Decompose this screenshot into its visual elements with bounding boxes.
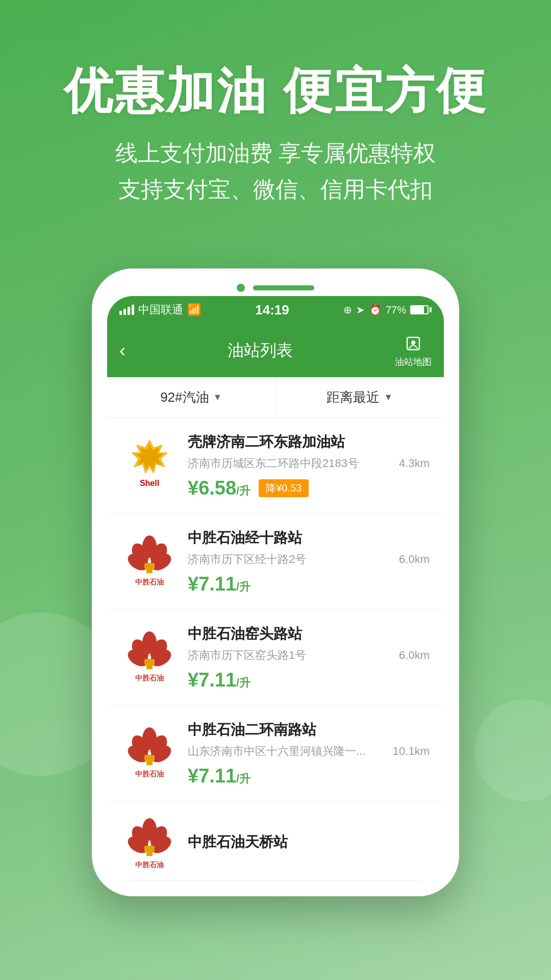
battery-cap — [430, 307, 432, 312]
svg-point-29 — [142, 818, 157, 841]
station-list: Shell 壳牌济南二环东路加油站 济南市历城区东二环路中段2183号 4.3k… — [107, 418, 444, 881]
station-3-price: ¥7.11/升 — [188, 669, 251, 691]
svg-rect-33 — [146, 852, 153, 856]
zhongsheng-logo-svg-5: 中胜石油 — [124, 816, 175, 872]
svg-rect-25 — [146, 761, 153, 765]
alarm-icon: ⏰ — [369, 304, 382, 316]
signal-bar-1 — [119, 311, 122, 315]
station-1-discount: 降¥0.53 — [259, 479, 309, 497]
map-icon — [403, 333, 423, 354]
station-logo-shell: Shell — [121, 437, 178, 494]
station-4-distance: 10.1km — [393, 745, 430, 758]
station-logo-zhongsheng-4: 中胜石油 — [121, 725, 178, 781]
status-left: 中国联通 📶 — [119, 302, 201, 317]
svg-text:中胜石油: 中胜石油 — [135, 578, 164, 586]
station-3-info: 中胜石油窑头路站 济南市历下区窑头路1号 6.0km ¥7.11/升 — [188, 624, 430, 691]
station-2-distance: 6.0km — [399, 553, 430, 566]
station-3-address: 济南市历下区窑头路1号 — [188, 648, 306, 663]
battery-icon — [410, 305, 432, 314]
phone-frame: 中国联通 📶 14:19 ⊕ ➤ ⏰ 77% — [92, 268, 459, 896]
fuel-type-arrow: ▼ — [213, 392, 222, 403]
location-icon: ⊕ — [343, 304, 352, 316]
station-2-info: 中胜石油经十路站 济南市历下区经十路2号 6.0km ¥7.11/升 — [188, 528, 430, 595]
svg-rect-16 — [144, 659, 155, 665]
signal-bar-2 — [123, 309, 126, 315]
svg-rect-8 — [144, 563, 155, 569]
svg-text:中胜石油: 中胜石油 — [135, 674, 164, 682]
station-2-price-row: ¥7.11/升 — [188, 573, 430, 595]
status-right: ⊕ ➤ ⏰ 77% — [343, 304, 432, 316]
station-1-address: 济南市历城区东二环路中段2183号 — [188, 456, 359, 471]
station-logo-zhongsheng-3: 中胜石油 — [121, 629, 178, 685]
fuel-type-filter[interactable]: 92#汽油 ▼ — [107, 377, 276, 418]
map-label: 油站地图 — [395, 356, 432, 368]
hero-subtitle-line1: 线上支付加油费 享专属优惠特权 — [31, 135, 520, 171]
page-title: 油站列表 — [228, 339, 293, 362]
station-3-address-row: 济南市历下区窑头路1号 6.0km — [188, 648, 430, 663]
station-4-price-row: ¥7.11/升 — [188, 765, 430, 787]
station-item[interactable]: 中胜石油 中胜石油窑头路站 济南市历下区窑头路1号 6.0km ¥7.11/升 — [107, 610, 444, 706]
zhongsheng-logo-svg-4: 中胜石油 — [124, 725, 175, 781]
phone-speaker — [253, 285, 314, 290]
phone-camera — [237, 284, 245, 292]
station-2-address: 济南市历下区经十路2号 — [188, 552, 306, 567]
station-item[interactable]: 中胜石油 中胜石油二环南路站 山东济南市中区十六里河镇兴隆一... 10.1km… — [107, 706, 444, 802]
svg-point-1 — [411, 340, 415, 345]
nav-icon: ➤ — [356, 304, 365, 316]
hero-subtitle-line2: 支持支付宝、微信、信用卡代扣 — [31, 172, 520, 207]
station-1-distance: 4.3km — [399, 457, 430, 470]
station-4-price: ¥7.11/升 — [188, 765, 251, 787]
station-3-distance: 6.0km — [399, 649, 430, 662]
hero-title: 优惠加油 便宜方便 — [31, 61, 520, 120]
station-item[interactable]: 中胜石油 中胜石油经十路站 济南市历下区经十路2号 6.0km ¥7.11/升 — [107, 514, 444, 610]
battery-percent: 77% — [386, 304, 406, 316]
station-1-price-row: ¥6.58/升 降¥0.53 — [188, 477, 430, 499]
station-item[interactable]: 中胜石油 中胜石油天桥站 — [107, 802, 444, 881]
signal-bar-4 — [132, 305, 134, 315]
svg-rect-9 — [146, 569, 153, 573]
filter-bar: 92#汽油 ▼ 距离最近 ▼ — [107, 377, 444, 418]
battery-fill — [411, 306, 424, 313]
hero-subtitle: 线上支付加油费 享专属优惠特权 支持支付宝、微信、信用卡代扣 — [31, 135, 520, 207]
svg-rect-17 — [146, 665, 153, 669]
station-3-price-row: ¥7.11/升 — [188, 669, 430, 691]
station-1-address-row: 济南市历城区东二环路中段2183号 4.3km — [188, 456, 430, 471]
svg-rect-24 — [144, 755, 155, 761]
station-4-info: 中胜石油二环南路站 山东济南市中区十六里河镇兴隆一... 10.1km ¥7.1… — [188, 720, 430, 787]
station-1-price: ¥6.58/升 — [188, 477, 251, 499]
phone-notch — [107, 284, 444, 292]
station-item[interactable]: Shell 壳牌济南二环东路加油站 济南市历城区东二环路中段2183号 4.3k… — [107, 418, 444, 514]
wifi-icon: 📶 — [187, 303, 201, 316]
svg-text:中胜石油: 中胜石油 — [135, 861, 164, 869]
carrier-name: 中国联通 — [138, 302, 183, 317]
phone-screen: 中国联通 📶 14:19 ⊕ ➤ ⏰ 77% — [107, 296, 444, 881]
station-1-info: 壳牌济南二环东路加油站 济南市历城区东二环路中段2183号 4.3km ¥6.5… — [188, 432, 430, 499]
svg-text:中胜石油: 中胜石油 — [135, 770, 164, 778]
phone-container: 中国联通 📶 14:19 ⊕ ➤ ⏰ 77% — [0, 268, 551, 896]
status-bar: 中国联通 📶 14:19 ⊕ ➤ ⏰ 77% — [107, 296, 444, 324]
back-button[interactable]: ‹ — [119, 340, 126, 361]
svg-rect-32 — [144, 846, 155, 852]
status-time: 14:19 — [255, 302, 289, 318]
zhongsheng-logo-svg-2: 中胜石油 — [124, 533, 175, 590]
station-3-name: 中胜石油窑头路站 — [188, 624, 430, 644]
map-button[interactable]: 油站地图 — [395, 333, 432, 368]
hero-section: 优惠加油 便宜方便 线上支付加油费 享专属优惠特权 支持支付宝、微信、信用卡代扣 — [0, 0, 551, 238]
svg-point-5 — [142, 535, 157, 558]
svg-point-21 — [142, 727, 157, 750]
sort-label: 距离最近 — [327, 388, 380, 406]
fuel-type-label: 92#汽油 — [160, 388, 209, 406]
sort-filter[interactable]: 距离最近 ▼ — [276, 377, 444, 418]
svg-point-13 — [142, 631, 157, 654]
station-2-name: 中胜石油经十路站 — [188, 528, 430, 548]
signal-bar-3 — [128, 307, 130, 315]
battery-body — [410, 305, 429, 314]
sort-arrow: ▼ — [384, 392, 393, 403]
signal-icon — [119, 305, 134, 315]
svg-text:Shell: Shell — [140, 479, 159, 487]
station-logo-zhongsheng-5: 中胜石油 — [121, 816, 178, 872]
station-4-address-row: 山东济南市中区十六里河镇兴隆一... 10.1km — [188, 744, 430, 759]
station-4-address: 山东济南市中区十六里河镇兴隆一... — [188, 744, 365, 759]
app-header: ‹ 油站列表 油站地图 — [107, 324, 444, 377]
station-2-price: ¥7.11/升 — [188, 573, 251, 595]
